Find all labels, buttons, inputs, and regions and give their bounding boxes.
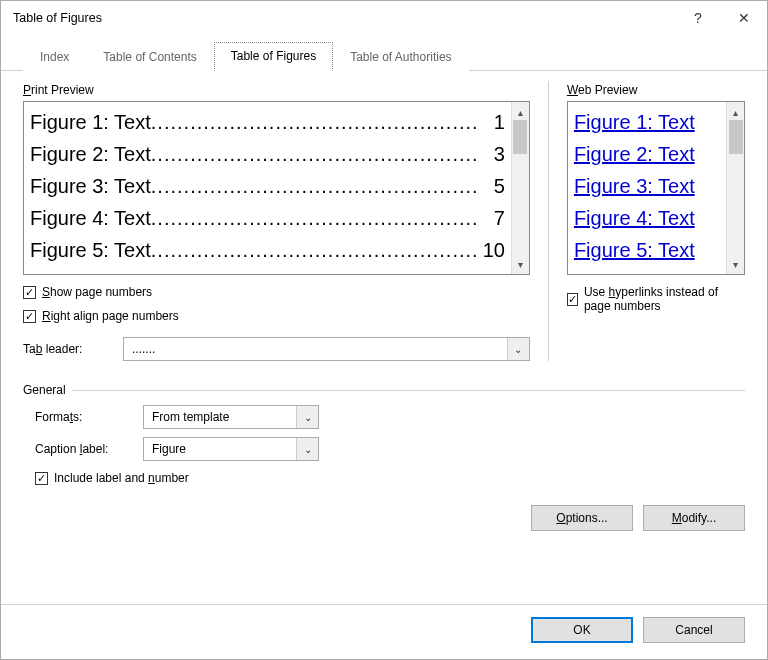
- web-preview-scrollbar[interactable]: ▴ ▾: [726, 102, 744, 274]
- print-preview-row: Figure 2: Text..........................…: [30, 138, 505, 170]
- show-page-numbers-checkbox[interactable]: Show page numbers: [23, 285, 530, 299]
- use-hyperlinks-label: Use hyperlinks instead of page numbers: [584, 285, 745, 313]
- tab-content: Print Preview Figure 1: Text............…: [1, 71, 767, 604]
- checkbox-icon: [567, 293, 578, 306]
- scroll-down-icon[interactable]: ▾: [512, 256, 529, 272]
- right-align-label: Right align page numbers: [42, 309, 179, 323]
- include-label-number-checkbox[interactable]: Include label and number: [35, 471, 189, 485]
- close-button[interactable]: ✕: [721, 1, 767, 35]
- include-label-number-label: Include label and number: [54, 471, 189, 485]
- scroll-up-icon[interactable]: ▴: [512, 104, 529, 120]
- tab-table-of-authorities[interactable]: Table of Authorities: [333, 43, 468, 71]
- title-bar: Table of Figures ? ✕: [1, 1, 767, 35]
- web-preview-label: Web Preview: [567, 83, 745, 97]
- caption-label-label: Caption label:: [35, 442, 143, 456]
- chevron-down-icon[interactable]: ⌄: [507, 338, 529, 360]
- general-section: General Formats: From template ⌄ Caption…: [23, 383, 745, 531]
- tab-leader-value: .......: [124, 342, 507, 356]
- print-preview-row: Figure 1: Text..........................…: [30, 106, 505, 138]
- scroll-thumb[interactable]: [513, 120, 527, 154]
- web-preview-row: Figure 5: Text: [574, 234, 720, 266]
- print-preview-row: Figure 4: Text..........................…: [30, 202, 505, 234]
- cancel-button[interactable]: Cancel: [643, 617, 745, 643]
- ok-button[interactable]: OK: [531, 617, 633, 643]
- web-preview-row: Figure 2: Text: [574, 138, 720, 170]
- web-preview-row: Figure 1: Text: [574, 106, 720, 138]
- web-preview-row: Figure 4: Text: [574, 202, 720, 234]
- checkbox-icon: [35, 472, 48, 485]
- print-preview-box: Figure 1: Text..........................…: [23, 101, 530, 275]
- caption-label-value: Figure: [144, 442, 296, 456]
- print-preview-row: Figure 5: Text..........................…: [30, 234, 505, 266]
- print-preview-label: Print Preview: [23, 83, 530, 97]
- window-title: Table of Figures: [13, 11, 102, 25]
- tab-leader-label: Tab leader:: [23, 342, 115, 356]
- formats-label: Formats:: [35, 410, 143, 424]
- dialog-footer: OK Cancel: [1, 604, 767, 659]
- caption-label-select[interactable]: Figure ⌄: [143, 437, 319, 461]
- web-preview-column: Web Preview Figure 1: Text Figure 2: Tex…: [549, 81, 745, 361]
- web-preview-row: Figure 3: Text: [574, 170, 720, 202]
- checkbox-icon: [23, 286, 36, 299]
- use-hyperlinks-checkbox[interactable]: Use hyperlinks instead of page numbers: [567, 285, 745, 313]
- tab-index[interactable]: Index: [23, 43, 86, 71]
- print-preview-row: Figure 3: Text..........................…: [30, 170, 505, 202]
- general-section-label: General: [23, 383, 66, 397]
- scroll-up-icon[interactable]: ▴: [727, 104, 744, 120]
- right-align-page-numbers-checkbox[interactable]: Right align page numbers: [23, 309, 530, 323]
- web-preview-list[interactable]: Figure 1: Text Figure 2: Text Figure 3: …: [568, 102, 726, 274]
- help-button[interactable]: ?: [675, 1, 721, 35]
- tab-strip: Index Table of Contents Table of Figures…: [1, 35, 767, 71]
- scroll-thumb[interactable]: [729, 120, 743, 154]
- formats-value: From template: [144, 410, 296, 424]
- print-preview-column: Print Preview Figure 1: Text............…: [23, 81, 549, 361]
- tab-table-of-contents[interactable]: Table of Contents: [86, 43, 213, 71]
- modify-button[interactable]: Modify...: [643, 505, 745, 531]
- scroll-down-icon[interactable]: ▾: [727, 256, 744, 272]
- tab-leader-select[interactable]: ....... ⌄: [123, 337, 530, 361]
- chevron-down-icon[interactable]: ⌄: [296, 406, 318, 428]
- print-preview-list[interactable]: Figure 1: Text..........................…: [24, 102, 511, 274]
- chevron-down-icon[interactable]: ⌄: [296, 438, 318, 460]
- web-preview-box: Figure 1: Text Figure 2: Text Figure 3: …: [567, 101, 745, 275]
- tab-table-of-figures[interactable]: Table of Figures: [214, 42, 333, 71]
- print-preview-scrollbar[interactable]: ▴ ▾: [511, 102, 529, 274]
- show-page-numbers-label: Show page numbers: [42, 285, 152, 299]
- checkbox-icon: [23, 310, 36, 323]
- formats-select[interactable]: From template ⌄: [143, 405, 319, 429]
- options-button[interactable]: Options...: [531, 505, 633, 531]
